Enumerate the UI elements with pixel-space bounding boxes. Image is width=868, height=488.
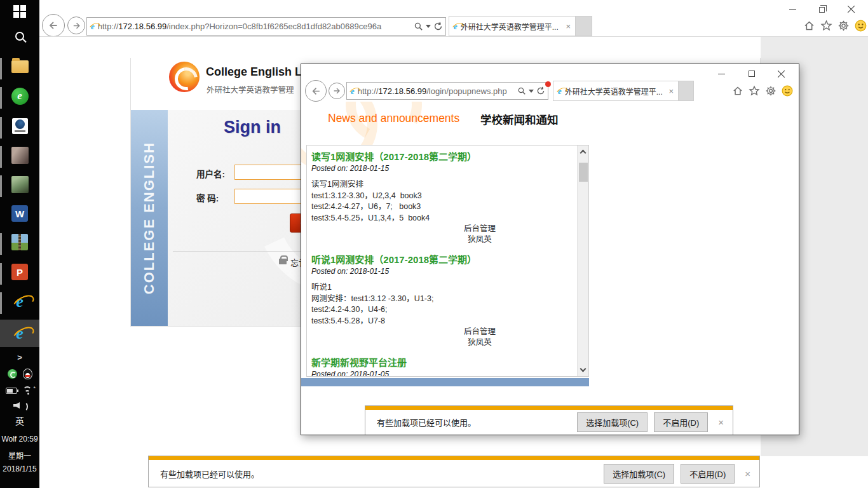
maximize-icon <box>749 71 755 77</box>
news-header-en: News and announcements <box>328 112 459 125</box>
refresh-icon[interactable] <box>433 22 443 31</box>
settings-gear-icon[interactable] <box>837 20 850 32</box>
brand-title: College English Lea <box>206 65 315 79</box>
url-text: http://172.18.56.99/login/popupnews.php <box>358 86 515 96</box>
minimize-button[interactable] <box>784 3 801 15</box>
popup-maximize-button[interactable] <box>743 68 760 79</box>
refresh-icon[interactable] <box>536 86 545 95</box>
tab-main[interactable]: e 外研社大学英语教学管理平... × <box>449 16 576 36</box>
forward-button[interactable] <box>67 17 85 34</box>
antivirus-tray-icon[interactable] <box>8 369 17 379</box>
popup-addon-notification-bar: 有些加载项已经可以使用。 选择加载项(C) 不启用(D) × <box>365 405 733 435</box>
scrollbar[interactable] <box>577 146 588 376</box>
favorites-star-icon[interactable] <box>749 85 760 97</box>
forward-arrow-icon <box>72 21 81 30</box>
home-icon[interactable] <box>732 85 743 97</box>
chevron-down-icon[interactable] <box>529 90 534 93</box>
taskbar-360-browser[interactable]: e <box>0 86 39 105</box>
search-icon[interactable] <box>517 86 526 95</box>
popup-back-button[interactable] <box>305 80 327 102</box>
taskbar-zipped-photos[interactable] <box>0 233 39 252</box>
popup-forward-button[interactable] <box>329 83 345 99</box>
scrollbar-thumb[interactable] <box>579 163 588 182</box>
tab-close-icon[interactable]: × <box>566 22 571 31</box>
address-bar[interactable]: e http://172.18.56.99/index.php?Horizon=… <box>86 17 446 36</box>
taskbar-internet-explorer-active[interactable]: e <box>0 322 39 345</box>
notification-message: 有些加载项已经可以使用。 <box>160 468 597 480</box>
favorites-star-icon[interactable] <box>820 20 832 32</box>
close-icon <box>777 70 785 78</box>
restore-button[interactable] <box>813 3 830 15</box>
home-icon[interactable] <box>803 20 815 32</box>
tray-row-1 <box>0 367 39 380</box>
taskbar-powerpoint[interactable]: P <box>0 262 39 281</box>
choose-addons-button[interactable]: 选择加载项(C) <box>577 412 648 432</box>
news-title: 新学期新视野平台注册 <box>311 356 574 369</box>
popup-minimize-button[interactable] <box>713 68 729 79</box>
chevron-down-icon[interactable] <box>426 25 431 28</box>
start-button[interactable] <box>0 4 39 19</box>
volume-button[interactable] <box>0 400 39 411</box>
dont-enable-button[interactable]: 不启用(D) <box>654 412 708 432</box>
taskbar-internet-explorer[interactable]: e <box>0 292 39 312</box>
chrome-action-icons <box>803 20 867 32</box>
qq-penguin-icon[interactable] <box>23 369 32 379</box>
news-body-line: 网测安排：test1:3.12 -3.30，U1-3; <box>311 294 574 305</box>
clock-time[interactable]: Wolf 20:59 <box>0 435 39 444</box>
notification-close-icon[interactable]: × <box>718 417 724 428</box>
battery-icon[interactable] <box>6 388 17 394</box>
taskbar-app-dark[interactable] <box>0 116 39 135</box>
tab-title: 外研社大学英语教学管理平... <box>565 86 665 97</box>
lock-icon <box>279 259 287 264</box>
taskbar-photo-1[interactable] <box>0 146 39 165</box>
search-icon[interactable] <box>414 22 423 31</box>
signin-heading: Sign in <box>224 118 281 137</box>
tray-row-2: * <box>0 384 39 397</box>
close-button[interactable] <box>843 3 859 15</box>
popup-address-bar[interactable]: e http://172.18.56.99/login/popupnews.ph… <box>346 82 548 100</box>
choose-addons-button[interactable]: 选择加载项(C) <box>604 464 674 484</box>
news-body-line: test3:5.4-5.25，U1,3,4，5 book4 <box>311 213 574 224</box>
notification-close-icon[interactable]: × <box>745 468 750 479</box>
feedback-smiley-icon[interactable] <box>782 85 793 97</box>
new-tab-button[interactable] <box>679 81 694 101</box>
addon-notification-bar: 有些加载项已经可以使用。 选择加载项(C) 不启用(D) × <box>148 456 760 487</box>
ime-indicator[interactable]: 英 <box>0 414 39 427</box>
popup-close-button[interactable] <box>773 68 789 79</box>
back-arrow-icon <box>48 20 59 31</box>
taskbar-photo-2[interactable] <box>0 175 39 194</box>
news-body-line: 听说1 <box>311 282 574 294</box>
wifi-icon[interactable]: * <box>22 386 34 395</box>
minimize-icon <box>718 74 725 74</box>
taskbar-search-button[interactable] <box>0 29 39 44</box>
news-posted-date: Posted on: 2018-01-15 <box>311 163 574 173</box>
page-footer-bar <box>301 378 589 386</box>
news-body-line: test2:4.2-4.30，U4-6; <box>311 304 574 316</box>
scroll-up-icon[interactable] <box>580 150 587 156</box>
news-signature: 后台管理狄凤英 <box>438 224 521 245</box>
folder-icon <box>11 60 29 73</box>
taskbar-word[interactable]: W <box>0 204 39 223</box>
tab-title: 外研社大学英语教学管理平... <box>461 21 562 32</box>
popup-page: News and announcements 学校新闻和通知 读写1网测安排（2… <box>301 102 799 435</box>
settings-gear-icon[interactable] <box>765 85 776 97</box>
hidden-icons-chevron-icon[interactable]: > <box>0 351 39 363</box>
ime-label: 英 <box>15 414 24 427</box>
news-body-line: test2:4.2-4.27，U6，7; book3 <box>311 201 574 213</box>
forward-arrow-icon <box>332 86 341 95</box>
tab-close-icon[interactable]: × <box>668 86 674 96</box>
clock-date: 2018/1/15 <box>0 464 39 473</box>
taskbar-file-explorer[interactable] <box>0 57 39 76</box>
browser-logo-icon <box>12 118 28 134</box>
new-tab-button[interactable] <box>576 16 592 36</box>
back-button[interactable] <box>42 14 65 37</box>
username-label: 用户名: <box>196 167 225 180</box>
close-icon <box>847 5 855 13</box>
scroll-down-icon[interactable] <box>580 366 587 372</box>
popup-tab[interactable]: e 外研社大学英语教学管理平... × <box>553 81 679 101</box>
clock-weekday: 星期一 <box>0 450 39 461</box>
dont-enable-button[interactable]: 不启用(D) <box>681 464 735 484</box>
news-body: 听说1网测安排：test1:3.12 -3.30，U1-3;test2:4.2-… <box>311 282 574 327</box>
news-posted-date: Posted on: 2018-01-05 <box>311 369 574 376</box>
feedback-smiley-icon[interactable] <box>855 20 867 32</box>
